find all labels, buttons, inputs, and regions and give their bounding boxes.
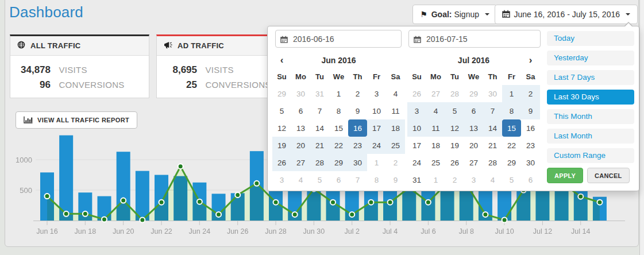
day-cell[interactable]: 22 <box>502 137 521 154</box>
day-cell[interactable]: 25 <box>386 137 405 154</box>
range-option-custom-range[interactable]: Custom Range <box>547 148 634 163</box>
day-cell[interactable]: 29 <box>502 154 521 171</box>
day-cell[interactable]: 27 <box>291 154 310 171</box>
day-cell[interactable]: 8 <box>502 102 521 119</box>
day-cell[interactable]: 27 <box>464 154 483 171</box>
day-cell[interactable]: 21 <box>310 137 329 154</box>
day-cell[interactable]: 21 <box>483 137 502 154</box>
day-cell[interactable]: 18 <box>426 137 445 154</box>
day-cell[interactable]: 23 <box>521 137 540 154</box>
day-cell[interactable]: 15 <box>329 119 348 137</box>
next-month-icon[interactable]: › <box>521 53 540 68</box>
day-cell[interactable]: 12 <box>445 119 464 137</box>
day-cell[interactable]: 31 <box>310 85 329 102</box>
day-cell[interactable]: 18 <box>386 119 405 137</box>
day-cell[interactable]: 7 <box>310 102 329 119</box>
day-cell[interactable]: 30 <box>348 154 367 171</box>
day-cell[interactable]: 27 <box>426 85 445 102</box>
range-option-last-7-days[interactable]: Last 7 Days <box>547 70 634 85</box>
day-cell[interactable]: 1 <box>426 171 445 188</box>
end-date-input[interactable] <box>408 30 541 48</box>
day-cell[interactable]: 11 <box>386 102 405 119</box>
day-cell[interactable]: 2 <box>521 85 540 102</box>
day-cell[interactable]: 13 <box>291 119 310 137</box>
day-cell[interactable]: 24 <box>407 154 426 171</box>
day-cell[interactable]: 24 <box>367 137 386 154</box>
day-cell[interactable]: 25 <box>426 154 445 171</box>
day-cell[interactable]: 4 <box>483 171 502 188</box>
view-all-traffic-report-button[interactable]: VIEW ALL TRAFFIC REPORT <box>16 111 137 129</box>
day-cell[interactable]: 6 <box>329 171 348 188</box>
day-cell[interactable]: 26 <box>272 154 291 171</box>
day-cell[interactable]: 20 <box>464 137 483 154</box>
day-cell[interactable]: 5 <box>445 102 464 119</box>
day-cell[interactable]: 28 <box>310 154 329 171</box>
day-cell[interactable]: 29 <box>329 154 348 171</box>
day-cell[interactable]: 14 <box>310 119 329 137</box>
day-cell[interactable]: 14 <box>483 119 502 137</box>
day-cell[interactable]: 9 <box>386 171 405 188</box>
day-cell[interactable]: 29 <box>464 85 483 102</box>
day-cell[interactable]: 16 <box>521 119 540 137</box>
day-cell[interactable]: 5 <box>310 171 329 188</box>
range-option-last-30-days[interactable]: Last 30 Days <box>547 90 634 105</box>
day-cell[interactable]: 3 <box>464 171 483 188</box>
prev-month-icon[interactable]: ‹ <box>272 53 291 68</box>
day-cell[interactable]: 2 <box>445 171 464 188</box>
range-option-today[interactable]: Today <box>547 31 634 46</box>
day-cell[interactable]: 31 <box>407 171 426 188</box>
day-cell[interactable]: 8 <box>329 102 348 119</box>
day-cell[interactable]: 28 <box>483 154 502 171</box>
goal-dropdown-button[interactable]: ⚑ Goal: Signup <box>412 5 497 24</box>
day-cell[interactable]: 30 <box>291 85 310 102</box>
cancel-button[interactable]: CANCEL <box>587 168 630 183</box>
day-cell[interactable]: 2 <box>386 154 405 171</box>
day-cell[interactable]: 17 <box>407 137 426 154</box>
date-range-button[interactable]: June 16, 2016 - July 15, 2016 <box>495 5 638 24</box>
day-cell[interactable]: 10 <box>407 119 426 137</box>
range-option-yesterday[interactable]: Yesterday <box>547 51 634 65</box>
day-cell[interactable]: 9 <box>521 102 540 119</box>
day-cell[interactable]: 1 <box>329 85 348 102</box>
day-cell[interactable]: 5 <box>502 171 521 188</box>
day-cell[interactable]: 5 <box>272 102 291 119</box>
day-cell[interactable]: 19 <box>272 137 291 154</box>
day-cell[interactable]: 11 <box>426 119 445 137</box>
day-cell[interactable]: 13 <box>464 119 483 137</box>
day-cell[interactable]: 30 <box>521 154 540 171</box>
day-cell[interactable]: 3 <box>272 171 291 188</box>
day-cell[interactable]: 2 <box>348 85 367 102</box>
day-cell[interactable]: 12 <box>272 119 291 137</box>
day-cell[interactable]: 9 <box>348 102 367 119</box>
day-cell[interactable]: 20 <box>291 137 310 154</box>
day-cell[interactable]: 4 <box>386 85 405 102</box>
day-cell[interactable]: 6 <box>521 171 540 188</box>
day-cell[interactable]: 30 <box>483 85 502 102</box>
day-cell[interactable]: 8 <box>367 171 386 188</box>
day-cell[interactable]: 17 <box>367 119 386 137</box>
day-cell[interactable]: 26 <box>445 154 464 171</box>
day-cell[interactable]: 3 <box>407 102 426 119</box>
day-cell[interactable]: 16 <box>348 119 367 137</box>
range-option-last-month[interactable]: Last Month <box>547 129 634 144</box>
day-cell[interactable]: 28 <box>445 85 464 102</box>
day-cell[interactable]: 4 <box>426 102 445 119</box>
day-cell[interactable]: 23 <box>348 137 367 154</box>
day-cell[interactable]: 1 <box>502 85 521 102</box>
day-cell[interactable]: 6 <box>464 102 483 119</box>
apply-button[interactable]: APPLY <box>547 168 583 183</box>
day-cell[interactable]: 26 <box>407 85 426 102</box>
range-option-this-month[interactable]: This Month <box>547 109 634 124</box>
day-cell[interactable]: 4 <box>291 171 310 188</box>
day-cell[interactable]: 19 <box>445 137 464 154</box>
day-cell[interactable]: 29 <box>272 85 291 102</box>
day-cell[interactable]: 10 <box>367 102 386 119</box>
day-cell[interactable]: 6 <box>291 102 310 119</box>
start-date-input[interactable] <box>275 30 402 48</box>
day-cell[interactable]: 7 <box>483 102 502 119</box>
day-cell[interactable]: 1 <box>367 154 386 171</box>
day-cell[interactable]: 7 <box>348 171 367 188</box>
day-cell[interactable]: 22 <box>329 137 348 154</box>
day-cell[interactable]: 3 <box>367 85 386 102</box>
day-cell[interactable]: 15 <box>502 119 521 137</box>
